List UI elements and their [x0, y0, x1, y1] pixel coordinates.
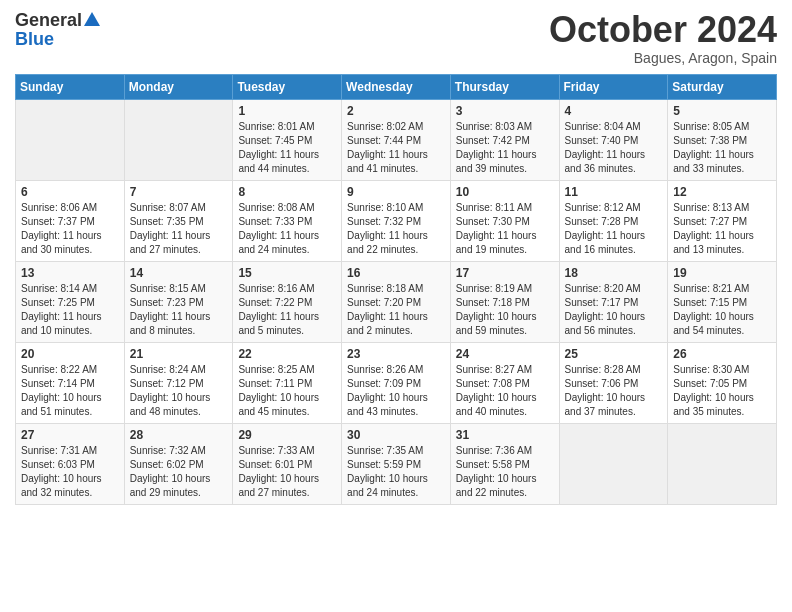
day-info: Sunrise: 8:13 AM Sunset: 7:27 PM Dayligh… [673, 201, 771, 257]
col-wednesday: Wednesday [342, 74, 451, 99]
col-friday: Friday [559, 74, 668, 99]
calendar-cell: 28Sunrise: 7:32 AM Sunset: 6:02 PM Dayli… [124, 423, 233, 504]
logo-icon [82, 10, 102, 30]
day-number: 29 [238, 428, 336, 442]
calendar-week-5: 27Sunrise: 7:31 AM Sunset: 6:03 PM Dayli… [16, 423, 777, 504]
page-subtitle: Bagues, Aragon, Spain [549, 50, 777, 66]
calendar-cell: 23Sunrise: 8:26 AM Sunset: 7:09 PM Dayli… [342, 342, 451, 423]
calendar-cell: 5Sunrise: 8:05 AM Sunset: 7:38 PM Daylig… [668, 99, 777, 180]
calendar-cell: 14Sunrise: 8:15 AM Sunset: 7:23 PM Dayli… [124, 261, 233, 342]
calendar-cell: 24Sunrise: 8:27 AM Sunset: 7:08 PM Dayli… [450, 342, 559, 423]
day-number: 18 [565, 266, 663, 280]
calendar-cell: 8Sunrise: 8:08 AM Sunset: 7:33 PM Daylig… [233, 180, 342, 261]
day-number: 30 [347, 428, 445, 442]
day-number: 20 [21, 347, 119, 361]
day-info: Sunrise: 8:26 AM Sunset: 7:09 PM Dayligh… [347, 363, 445, 419]
logo: General Blue [15, 10, 102, 48]
title-block: October 2024 Bagues, Aragon, Spain [549, 10, 777, 66]
day-number: 26 [673, 347, 771, 361]
day-info: Sunrise: 8:08 AM Sunset: 7:33 PM Dayligh… [238, 201, 336, 257]
day-info: Sunrise: 8:10 AM Sunset: 7:32 PM Dayligh… [347, 201, 445, 257]
calendar-cell: 20Sunrise: 8:22 AM Sunset: 7:14 PM Dayli… [16, 342, 125, 423]
day-number: 6 [21, 185, 119, 199]
day-info: Sunrise: 8:05 AM Sunset: 7:38 PM Dayligh… [673, 120, 771, 176]
day-info: Sunrise: 8:01 AM Sunset: 7:45 PM Dayligh… [238, 120, 336, 176]
day-info: Sunrise: 7:35 AM Sunset: 5:59 PM Dayligh… [347, 444, 445, 500]
calendar-cell: 4Sunrise: 8:04 AM Sunset: 7:40 PM Daylig… [559, 99, 668, 180]
day-info: Sunrise: 8:06 AM Sunset: 7:37 PM Dayligh… [21, 201, 119, 257]
day-info: Sunrise: 8:21 AM Sunset: 7:15 PM Dayligh… [673, 282, 771, 338]
day-info: Sunrise: 8:18 AM Sunset: 7:20 PM Dayligh… [347, 282, 445, 338]
calendar-cell: 10Sunrise: 8:11 AM Sunset: 7:30 PM Dayli… [450, 180, 559, 261]
day-info: Sunrise: 8:07 AM Sunset: 7:35 PM Dayligh… [130, 201, 228, 257]
calendar-header-row: Sunday Monday Tuesday Wednesday Thursday… [16, 74, 777, 99]
day-number: 23 [347, 347, 445, 361]
calendar-cell: 25Sunrise: 8:28 AM Sunset: 7:06 PM Dayli… [559, 342, 668, 423]
day-info: Sunrise: 8:03 AM Sunset: 7:42 PM Dayligh… [456, 120, 554, 176]
calendar-cell: 16Sunrise: 8:18 AM Sunset: 7:20 PM Dayli… [342, 261, 451, 342]
calendar-week-3: 13Sunrise: 8:14 AM Sunset: 7:25 PM Dayli… [16, 261, 777, 342]
calendar-cell: 19Sunrise: 8:21 AM Sunset: 7:15 PM Dayli… [668, 261, 777, 342]
day-info: Sunrise: 8:24 AM Sunset: 7:12 PM Dayligh… [130, 363, 228, 419]
page: General Blue October 2024 Bagues, Aragon… [0, 0, 792, 612]
calendar-cell: 6Sunrise: 8:06 AM Sunset: 7:37 PM Daylig… [16, 180, 125, 261]
day-number: 22 [238, 347, 336, 361]
day-number: 31 [456, 428, 554, 442]
calendar-cell: 9Sunrise: 8:10 AM Sunset: 7:32 PM Daylig… [342, 180, 451, 261]
day-number: 25 [565, 347, 663, 361]
day-info: Sunrise: 8:16 AM Sunset: 7:22 PM Dayligh… [238, 282, 336, 338]
day-info: Sunrise: 7:31 AM Sunset: 6:03 PM Dayligh… [21, 444, 119, 500]
calendar-cell: 7Sunrise: 8:07 AM Sunset: 7:35 PM Daylig… [124, 180, 233, 261]
calendar-cell: 11Sunrise: 8:12 AM Sunset: 7:28 PM Dayli… [559, 180, 668, 261]
col-monday: Monday [124, 74, 233, 99]
day-number: 10 [456, 185, 554, 199]
day-number: 16 [347, 266, 445, 280]
day-number: 19 [673, 266, 771, 280]
day-info: Sunrise: 8:11 AM Sunset: 7:30 PM Dayligh… [456, 201, 554, 257]
calendar-cell: 22Sunrise: 8:25 AM Sunset: 7:11 PM Dayli… [233, 342, 342, 423]
calendar-cell: 30Sunrise: 7:35 AM Sunset: 5:59 PM Dayli… [342, 423, 451, 504]
day-number: 15 [238, 266, 336, 280]
day-number: 24 [456, 347, 554, 361]
calendar-cell [124, 99, 233, 180]
day-info: Sunrise: 8:30 AM Sunset: 7:05 PM Dayligh… [673, 363, 771, 419]
col-sunday: Sunday [16, 74, 125, 99]
calendar-week-4: 20Sunrise: 8:22 AM Sunset: 7:14 PM Dayli… [16, 342, 777, 423]
day-number: 17 [456, 266, 554, 280]
calendar-cell: 3Sunrise: 8:03 AM Sunset: 7:42 PM Daylig… [450, 99, 559, 180]
day-info: Sunrise: 8:14 AM Sunset: 7:25 PM Dayligh… [21, 282, 119, 338]
day-info: Sunrise: 8:27 AM Sunset: 7:08 PM Dayligh… [456, 363, 554, 419]
day-number: 2 [347, 104, 445, 118]
day-number: 7 [130, 185, 228, 199]
calendar-cell: 27Sunrise: 7:31 AM Sunset: 6:03 PM Dayli… [16, 423, 125, 504]
day-number: 4 [565, 104, 663, 118]
day-info: Sunrise: 8:15 AM Sunset: 7:23 PM Dayligh… [130, 282, 228, 338]
calendar-cell [668, 423, 777, 504]
col-thursday: Thursday [450, 74, 559, 99]
day-info: Sunrise: 8:19 AM Sunset: 7:18 PM Dayligh… [456, 282, 554, 338]
calendar-cell: 13Sunrise: 8:14 AM Sunset: 7:25 PM Dayli… [16, 261, 125, 342]
calendar-week-2: 6Sunrise: 8:06 AM Sunset: 7:37 PM Daylig… [16, 180, 777, 261]
day-number: 12 [673, 185, 771, 199]
col-tuesday: Tuesday [233, 74, 342, 99]
calendar-cell: 1Sunrise: 8:01 AM Sunset: 7:45 PM Daylig… [233, 99, 342, 180]
col-saturday: Saturday [668, 74, 777, 99]
page-title: October 2024 [549, 10, 777, 50]
day-number: 28 [130, 428, 228, 442]
day-number: 14 [130, 266, 228, 280]
day-number: 3 [456, 104, 554, 118]
day-info: Sunrise: 8:12 AM Sunset: 7:28 PM Dayligh… [565, 201, 663, 257]
svg-marker-0 [84, 12, 100, 26]
day-number: 27 [21, 428, 119, 442]
calendar-cell: 26Sunrise: 8:30 AM Sunset: 7:05 PM Dayli… [668, 342, 777, 423]
day-number: 9 [347, 185, 445, 199]
calendar-cell: 12Sunrise: 8:13 AM Sunset: 7:27 PM Dayli… [668, 180, 777, 261]
day-info: Sunrise: 7:33 AM Sunset: 6:01 PM Dayligh… [238, 444, 336, 500]
calendar-cell: 21Sunrise: 8:24 AM Sunset: 7:12 PM Dayli… [124, 342, 233, 423]
calendar-cell: 29Sunrise: 7:33 AM Sunset: 6:01 PM Dayli… [233, 423, 342, 504]
logo-blue-text: Blue [15, 30, 54, 48]
day-info: Sunrise: 8:28 AM Sunset: 7:06 PM Dayligh… [565, 363, 663, 419]
day-info: Sunrise: 8:02 AM Sunset: 7:44 PM Dayligh… [347, 120, 445, 176]
calendar-cell: 15Sunrise: 8:16 AM Sunset: 7:22 PM Dayli… [233, 261, 342, 342]
day-info: Sunrise: 8:20 AM Sunset: 7:17 PM Dayligh… [565, 282, 663, 338]
